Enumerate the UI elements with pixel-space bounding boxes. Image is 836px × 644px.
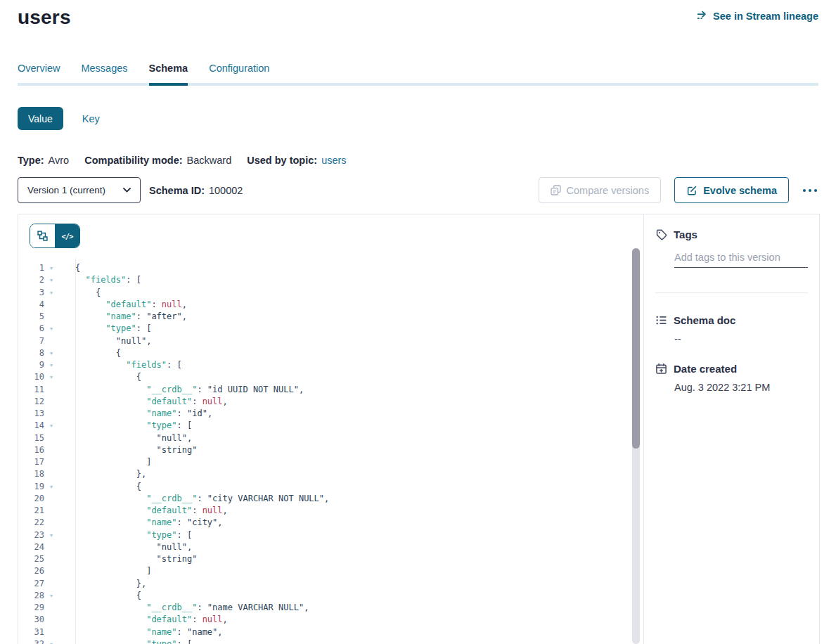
code-text: "string" xyxy=(58,444,197,456)
code-line: 17 ] xyxy=(18,456,629,468)
fold-spacer xyxy=(44,468,58,480)
line-number: 14 xyxy=(18,420,44,432)
fold-spacer xyxy=(44,335,58,347)
schema-id-label: Schema ID: xyxy=(149,185,205,196)
schema-doc-header: Schema doc xyxy=(655,314,808,326)
value-key-toggle: Value Key xyxy=(18,107,100,130)
line-number: 31 xyxy=(18,626,44,638)
code-line: 12 "default": null, xyxy=(18,396,629,408)
fold-arrow-icon[interactable]: ▾ xyxy=(44,529,58,541)
code-lines[interactable]: 1▾{2▾ "fields": [3▾ {4 "default": null,5… xyxy=(18,262,629,644)
code-line: 27 }, xyxy=(18,578,629,590)
fold-arrow-icon[interactable]: ▾ xyxy=(44,638,58,644)
fold-spacer xyxy=(44,311,58,323)
value-tab-button[interactable]: Value xyxy=(18,107,63,130)
stream-lineage-label: See in Stream lineage xyxy=(713,11,818,22)
version-bar: Version 1 (current) Schema ID: 100002 Co… xyxy=(18,177,820,203)
fold-arrow-icon[interactable]: ▾ xyxy=(44,287,58,299)
fold-arrow-icon[interactable]: ▾ xyxy=(44,481,58,493)
tab-overview[interactable]: Overview xyxy=(18,63,60,83)
schema-page: users See in Stream lineage OverviewMess… xyxy=(0,0,836,644)
type-value: Avro xyxy=(49,155,70,166)
tab-schema[interactable]: Schema xyxy=(149,63,188,86)
code-text: }, xyxy=(58,468,146,480)
editor-scrollbar-thumb[interactable] xyxy=(632,248,640,449)
code-view-button[interactable]: </> xyxy=(55,224,79,247)
code-text: { xyxy=(58,590,141,602)
add-tags-input[interactable] xyxy=(674,250,808,268)
code-line: 20 "__crdb__": "city VARCHAR NOT NULL", xyxy=(18,493,629,505)
code-text: }, xyxy=(58,578,146,590)
line-number: 18 xyxy=(18,468,44,480)
date-created-section: Date created Aug. 3 2022 3:21 PM xyxy=(655,363,808,393)
fold-arrow-icon[interactable]: ▾ xyxy=(44,371,58,383)
evolve-schema-button[interactable]: Evolve schema xyxy=(674,177,789,203)
compare-versions-label: Compare versions xyxy=(567,185,650,196)
line-number: 25 xyxy=(18,553,44,565)
line-number: 19 xyxy=(18,481,44,493)
tree-view-button[interactable] xyxy=(30,224,55,247)
code-line: 2▾ "fields": [ xyxy=(18,274,629,286)
fold-spacer xyxy=(44,432,58,444)
fold-arrow-icon[interactable]: ▾ xyxy=(44,323,58,335)
code-line: 22 "name": "city", xyxy=(18,517,629,529)
calendar-plus-icon xyxy=(655,363,667,375)
key-tab-link[interactable]: Key xyxy=(82,113,100,124)
line-number: 24 xyxy=(18,541,44,553)
code-text: { xyxy=(58,347,121,359)
editor-scrollbar-track[interactable] xyxy=(632,248,640,644)
code-line: 1▾{ xyxy=(18,262,629,274)
line-number: 5 xyxy=(18,311,44,323)
line-number: 7 xyxy=(18,335,44,347)
code-text: "type": [ xyxy=(58,638,192,644)
fold-arrow-icon[interactable]: ▾ xyxy=(44,262,58,274)
tab-configuration[interactable]: Configuration xyxy=(209,63,269,83)
fold-spacer xyxy=(44,444,58,456)
tags-header: Tags xyxy=(655,228,808,240)
compare-versions-icon xyxy=(551,185,561,195)
fold-spacer xyxy=(44,517,58,529)
schema-panel: </> 1▾{2▾ "fields": [3▾ {4 "default": nu… xyxy=(18,214,820,644)
code-line: 5 "name": "after", xyxy=(18,311,629,323)
stream-lineage-link[interactable]: See in Stream lineage xyxy=(696,11,818,22)
sidebar-divider xyxy=(655,292,808,293)
line-number: 16 xyxy=(18,444,44,456)
topic-link[interactable]: users xyxy=(321,155,346,166)
fold-spacer xyxy=(44,493,58,505)
tab-messages[interactable]: Messages xyxy=(81,63,127,83)
code-text: "default": null, xyxy=(58,614,228,626)
version-select[interactable]: Version 1 (current) xyxy=(18,177,141,203)
fold-arrow-icon[interactable]: ▾ xyxy=(44,420,58,432)
fold-spacer xyxy=(44,396,58,408)
code-text: "default": null, xyxy=(58,299,187,311)
editor-view-toggle: </> xyxy=(30,224,80,248)
schema-meta: Type: Avro Compatibility mode: Backward … xyxy=(18,155,347,166)
schema-id: Schema ID: 100002 xyxy=(149,185,243,196)
type-label: Type: xyxy=(18,155,44,166)
line-number: 8 xyxy=(18,347,44,359)
schema-id-value: 100002 xyxy=(209,185,243,196)
fold-arrow-icon[interactable]: ▾ xyxy=(44,274,58,286)
date-created-value: Aug. 3 2022 3:21 PM xyxy=(674,382,808,393)
code-text: "null", xyxy=(58,541,192,553)
line-number: 30 xyxy=(18,614,44,626)
fold-arrow-icon[interactable]: ▾ xyxy=(44,359,58,371)
ellipsis-icon xyxy=(803,189,806,192)
line-number: 32 xyxy=(18,638,44,644)
line-number: 10 xyxy=(18,371,44,383)
schema-editor: </> 1▾{2▾ "fields": [3▾ {4 "default": nu… xyxy=(18,214,643,644)
code-text: ] xyxy=(58,565,151,577)
code-text: { xyxy=(58,481,141,493)
more-options-button[interactable] xyxy=(800,185,820,196)
fold-arrow-icon[interactable]: ▾ xyxy=(44,347,58,359)
fold-arrow-icon[interactable]: ▾ xyxy=(44,590,58,602)
line-number: 17 xyxy=(18,456,44,468)
line-number: 15 xyxy=(18,432,44,444)
code-line: 14▾ "type": [ xyxy=(18,420,629,432)
code-text: "type": [ xyxy=(58,420,192,432)
line-number: 13 xyxy=(18,408,44,420)
tree-view-icon xyxy=(37,231,48,241)
compare-versions-button[interactable]: Compare versions xyxy=(539,177,662,203)
fold-spacer xyxy=(44,541,58,553)
line-number: 29 xyxy=(18,602,44,614)
